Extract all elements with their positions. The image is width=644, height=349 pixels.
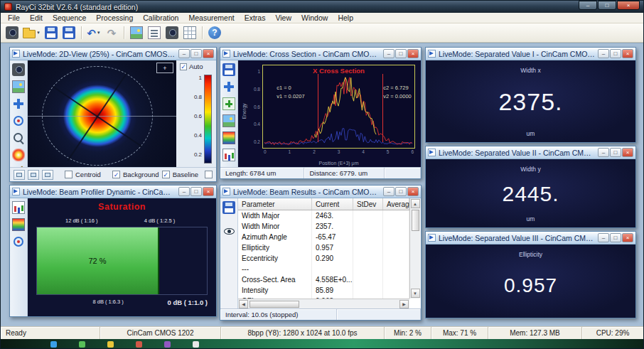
scroll-down-icon[interactable]: ▼ [411, 289, 420, 298]
table-row[interactable]: Eccentricity0.290 [238, 253, 409, 264]
taskbar-icon[interactable] [50, 341, 57, 348]
menu-item-window[interactable]: Window [296, 13, 333, 23]
minimize-button[interactable]: – [598, 49, 609, 58]
view-option-button-2[interactable] [28, 170, 39, 180]
maximize-button[interactable]: □ [395, 187, 407, 196]
menu-item-edit[interactable]: Edit [25, 13, 48, 23]
taskbar-icon[interactable] [107, 341, 114, 348]
save-icon[interactable] [222, 63, 235, 76]
close-button[interactable]: × [617, 1, 640, 10]
minimize-button[interactable]: – [178, 49, 190, 58]
app-titlebar[interactable]: RayCi 32bit V2.6.4 (standard edition) – … [1, 1, 643, 13]
minimize-button[interactable]: – [383, 49, 395, 58]
baseline-checkbox[interactable]: ✓ [162, 171, 170, 178]
chart-icon[interactable] [12, 201, 25, 214]
save-button[interactable] [43, 24, 60, 41]
maximize-button[interactable]: □ [610, 148, 621, 157]
close-button[interactable]: × [203, 187, 214, 196]
column-header-parameter[interactable]: Parameter [238, 198, 312, 210]
taskbar[interactable] [1, 339, 643, 349]
capture-button[interactable] [4, 24, 21, 41]
scrollbar-thumb[interactable] [249, 301, 299, 308]
minimize-button[interactable]: – [178, 187, 190, 196]
save-icon[interactable] [222, 201, 235, 214]
taskbar-icon[interactable] [79, 341, 85, 348]
report-button[interactable] [146, 24, 163, 41]
table-row[interactable]: Cross-Sect. Area4.558E+0... [238, 274, 409, 285]
centroid-checkbox[interactable] [65, 171, 73, 178]
redo-button[interactable]: ↷ [103, 24, 120, 41]
view-option-button-3[interactable] [42, 170, 53, 180]
maximize-button[interactable]: □ [190, 187, 202, 196]
maximize-button[interactable]: □ [610, 233, 621, 242]
maximize-button[interactable]: □ [598, 1, 616, 10]
menu-item-help[interactable]: Help [333, 13, 358, 23]
vertical-scrollbar[interactable]: ▲ ▼ [409, 198, 420, 299]
menu-item-processing[interactable]: Processing [91, 13, 138, 23]
gradient-icon[interactable] [222, 131, 235, 144]
chart-icon[interactable] [222, 149, 235, 161]
move-icon[interactable] [222, 80, 235, 93]
minimize-button[interactable]: – [383, 187, 395, 196]
move-icon[interactable] [12, 97, 25, 110]
image-view-button[interactable] [128, 24, 145, 41]
menu-item-view[interactable]: View [270, 13, 296, 23]
beam-2d-canvas[interactable]: + [28, 60, 176, 167]
camera-icon[interactable] [12, 63, 25, 76]
close-button[interactable]: × [407, 187, 419, 196]
close-button[interactable]: × [407, 49, 419, 58]
minimize-button[interactable]: – [598, 233, 609, 242]
close-button[interactable]: × [622, 148, 633, 157]
view-option-button-1[interactable] [14, 170, 25, 180]
colorbar[interactable] [204, 75, 212, 163]
gradient-icon[interactable] [12, 218, 25, 231]
menu-item-extras[interactable]: Extras [240, 13, 271, 23]
results-table-button[interactable] [181, 24, 198, 41]
window-titlebar[interactable]: LiveMode: Beam Results - CinCam CMOS 120… [220, 186, 421, 198]
taskbar-icon[interactable] [136, 341, 142, 348]
image-icon[interactable] [222, 114, 235, 127]
table-row[interactable]: Azimuth Angle-65.47 [238, 232, 409, 242]
table-row[interactable]: Width Minor2357. [238, 221, 409, 232]
add-icon[interactable] [222, 97, 235, 110]
maximize-button[interactable]: □ [610, 49, 621, 58]
window-titlebar[interactable]: LiveMode: Beam Profiler Dynamic - CinCam… [10, 186, 216, 198]
maximize-button[interactable]: □ [395, 49, 407, 58]
window-titlebar[interactable]: LiveMode: 2D-View (25%) - CinCam CMOS 12… [10, 48, 216, 60]
window-titlebar[interactable]: LiveMode: Separated Value III - CinCam C… [426, 232, 635, 245]
magnifier-icon[interactable] [12, 131, 25, 144]
cross-section-plot[interactable]: Energy 1 0.8 0.6 0.4 0.2 X Cross Section… [238, 60, 421, 167]
scrollbar-thumb[interactable] [412, 210, 419, 231]
help-button[interactable]: ? [206, 24, 223, 41]
beam-icon[interactable] [12, 149, 25, 161]
image-icon[interactable] [12, 80, 25, 93]
close-button[interactable]: × [622, 233, 633, 242]
background-checkbox[interactable]: ✓ [112, 171, 120, 178]
minimize-button[interactable]: – [579, 1, 597, 10]
taskbar-icon[interactable] [193, 341, 199, 348]
menu-item-file[interactable]: File [3, 13, 25, 23]
window-titlebar[interactable]: LiveMode: Separated Value I - CinCam CMO… [426, 48, 635, 60]
window-titlebar[interactable]: LiveMode: Separated Value II - CinCam CM… [426, 146, 635, 159]
table-row[interactable]: Width Major2463. [238, 210, 409, 221]
maximize-button[interactable]: □ [190, 49, 202, 58]
table-row[interactable]: --- [238, 264, 409, 274]
scroll-left-icon[interactable]: ◀ [239, 300, 248, 308]
open-button[interactable]: ▼ [21, 24, 42, 41]
menu-item-sequence[interactable]: Sequence [48, 13, 91, 23]
horizontal-scrollbar[interactable]: ◀ ▶ [238, 299, 409, 308]
zoom-region-box[interactable]: + [156, 63, 173, 73]
column-header-current[interactable]: Current [312, 198, 353, 210]
window-titlebar[interactable]: LiveMode: Cross Section - CinCam CMOS 12… [220, 48, 421, 60]
column-header-stdev[interactable]: StDev [353, 198, 383, 210]
undo-button[interactable]: ↶▼ [85, 24, 102, 41]
snapshot-button[interactable] [163, 24, 181, 41]
minimize-button[interactable]: – [598, 148, 609, 157]
crosshair-icon[interactable] [14, 237, 23, 247]
close-button[interactable]: × [203, 49, 214, 58]
close-button[interactable]: × [622, 49, 633, 58]
column-header-average[interactable]: Average [383, 198, 409, 210]
scroll-right-icon[interactable]: ▶ [399, 300, 409, 308]
auto-checkbox[interactable]: ✓ [180, 63, 187, 70]
extra-checkbox[interactable] [205, 171, 213, 178]
